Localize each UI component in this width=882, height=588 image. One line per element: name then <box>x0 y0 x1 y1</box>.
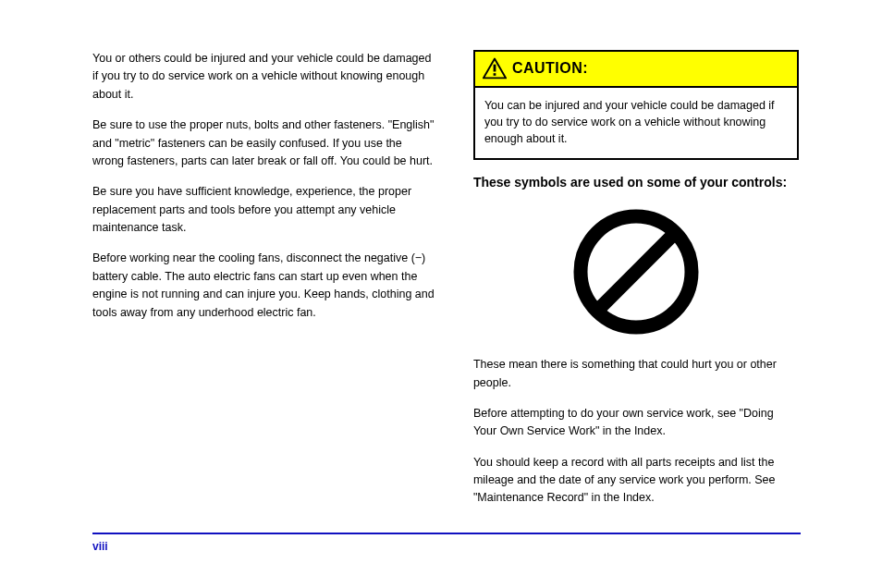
footer-rule <box>92 533 801 534</box>
prohibition-icon <box>567 202 705 341</box>
right-subhead: These symbols are used on some of your c… <box>473 173 799 193</box>
left-list-3: Before working near the cooling fans, di… <box>92 250 436 322</box>
right-column: CAUTION: You can be injured and your veh… <box>473 50 799 521</box>
caution-title: CAUTION: <box>512 57 588 80</box>
svg-rect-2 <box>494 74 496 77</box>
caution-header: CAUTION: <box>475 52 797 88</box>
caution-box: CAUTION: You can be injured and your veh… <box>473 50 799 160</box>
right-after-symbol: These mean there is something that could… <box>473 356 799 392</box>
prohibition-symbol-wrap <box>473 202 799 347</box>
svg-line-4 <box>597 233 675 311</box>
caution-body: You can be injured and your vehicle coul… <box>475 88 797 158</box>
right-paragraph-2: You should keep a record with all parts … <box>473 454 799 508</box>
left-column: You or others could be injured and your … <box>92 50 436 521</box>
page-footer: viii <box>92 533 801 553</box>
page-number: viii <box>92 540 108 553</box>
left-list-2: Be sure you have sufficient knowledge, e… <box>92 183 436 237</box>
right-paragraph-1: Before attempting to do your own service… <box>473 405 799 441</box>
svg-rect-1 <box>494 65 496 72</box>
left-paragraph-1: You or others could be injured and your … <box>92 50 436 104</box>
warning-triangle-icon <box>483 57 507 80</box>
left-list-1: Be sure to use the proper nuts, bolts an… <box>92 116 436 170</box>
